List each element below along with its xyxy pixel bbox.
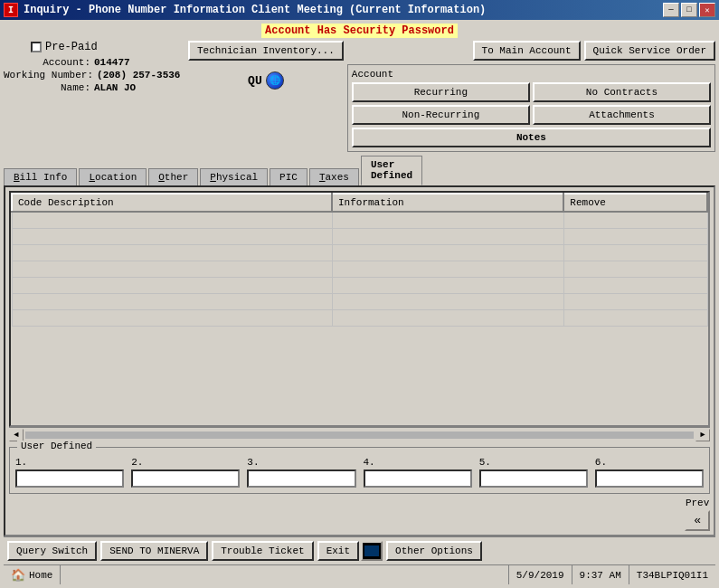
tab-location[interactable]: Location (79, 168, 147, 185)
query-switch-button[interactable]: Query Switch (7, 541, 97, 561)
horizontal-scrollbar[interactable]: ◄ ► (9, 427, 710, 441)
ud-field-1: 1. (15, 457, 124, 488)
prev-button[interactable]: « (685, 510, 710, 531)
account-section: Account Recurring No Contracts Non-Recur… (347, 64, 715, 152)
prepaid-checkbox[interactable] (31, 42, 42, 52)
content-panel: Code Description Information Remove (4, 185, 715, 536)
ud-field-2: 2. (131, 457, 240, 488)
table-row (12, 244, 707, 261)
data-table: Code Description Information Remove (11, 193, 708, 327)
ud-field-5: 5. (479, 457, 588, 488)
status-time: 9:37 AM (572, 565, 629, 584)
exit-monitor-icon (361, 541, 383, 561)
globe-icon[interactable]: 🌐 (266, 71, 284, 90)
ud-input-2[interactable] (131, 469, 240, 488)
scroll-track[interactable] (25, 432, 694, 439)
technician-inventory-button[interactable]: Technician Inventory... (188, 41, 344, 61)
table-row (12, 277, 707, 293)
attachments-button[interactable]: Attachments (533, 105, 711, 125)
no-contracts-button[interactable]: No Contracts (533, 82, 711, 102)
working-number-value: (208) 257-3536 (97, 70, 180, 81)
ud-label-1: 1. (15, 457, 124, 468)
ud-input-4[interactable] (364, 469, 472, 488)
table-row (12, 228, 707, 244)
ud-label-4: 4. (364, 457, 472, 468)
maximize-button[interactable]: □ (681, 3, 697, 17)
home-icon: 🏠 (11, 568, 25, 583)
middle-area: Technician Inventory... QU 🌐 (188, 41, 344, 90)
notes-button[interactable]: Notes (352, 128, 711, 147)
trouble-ticket-button[interactable]: Trouble Ticket (212, 541, 313, 561)
tab-physical[interactable]: Physical (200, 168, 268, 185)
ud-input-6[interactable] (595, 469, 704, 488)
user-defined-legend: User Defined (17, 441, 96, 451)
send-to-minerva-button[interactable]: SEND TO MINERVA (100, 541, 208, 561)
table-row (12, 309, 707, 326)
qu-label: QU (248, 74, 262, 88)
ud-input-1[interactable] (15, 469, 124, 488)
right-area: To Main Account Quick Service Order Acco… (347, 41, 715, 152)
home-link[interactable]: 🏠 Home (4, 565, 61, 584)
monitor-screen (364, 545, 379, 556)
col-header-information: Information (332, 194, 563, 212)
tab-other[interactable]: Other (148, 168, 198, 185)
other-options-button[interactable]: Other Options (386, 541, 482, 561)
ud-label-6: 6. (595, 457, 704, 468)
data-table-wrapper: Code Description Information Remove (9, 191, 710, 427)
close-button[interactable]: ✕ (699, 3, 715, 17)
app-icon: I (4, 3, 18, 17)
tabs-area: Bill Info Location Other Physical PIC Ta… (4, 156, 715, 185)
working-number-label: Working Number: (4, 70, 97, 81)
account-label: Account: (4, 57, 94, 68)
exit-button[interactable]: Exit (317, 541, 359, 561)
tab-bill-info[interactable]: Bill Info (4, 168, 77, 185)
user-defined-section: User Defined 1. 2. 3. 4. (9, 447, 710, 494)
ud-input-3[interactable] (247, 469, 355, 488)
col-header-remove: Remove (563, 194, 707, 212)
tab-taxes[interactable]: Taxes (309, 168, 359, 185)
ud-input-5[interactable] (479, 469, 588, 488)
ud-field-3: 3. (247, 457, 355, 488)
table-row (12, 293, 707, 309)
name-value: ALAN JO (94, 82, 136, 93)
scroll-right-button[interactable]: ► (695, 429, 710, 441)
title-bar: I Inquiry - Phone Number Information Cli… (0, 0, 719, 20)
ud-field-4: 4. (364, 457, 472, 488)
table-row (12, 212, 707, 228)
table-row (12, 261, 707, 277)
status-session: T34BLPIQ01I1 (629, 565, 715, 584)
ud-field-6: 6. (595, 457, 704, 488)
col-header-code-description: Code Description (12, 194, 332, 212)
home-label: Home (29, 570, 52, 581)
security-notice: Account Has Security Password (261, 24, 458, 38)
tab-pic[interactable]: PIC (270, 168, 307, 185)
prepaid-label: Pre-Paid (45, 41, 98, 53)
exit-button-group: Exit (317, 541, 383, 561)
account-value: 014477 (94, 57, 130, 68)
account-section-title: Account (352, 69, 711, 80)
to-main-account-button[interactable]: To Main Account (473, 41, 581, 61)
name-label: Name: (4, 82, 94, 93)
minimize-button[interactable]: ─ (663, 3, 679, 17)
account-info-panel: Pre-Paid Account: 014477 Working Number:… (4, 41, 184, 93)
scroll-left-button[interactable]: ◄ (9, 429, 24, 441)
quick-service-order-button[interactable]: Quick Service Order (584, 41, 715, 61)
status-date: 5/9/2019 (508, 565, 572, 584)
non-recurring-button[interactable]: Non-Recurring (352, 105, 530, 125)
bottom-bar: Query Switch SEND TO MINERVA Trouble Tic… (4, 536, 715, 564)
window-title: Inquiry - Phone Number Information Clien… (24, 4, 486, 16)
ud-label-2: 2. (131, 457, 240, 468)
tab-user-defined[interactable]: UserDefined (361, 156, 422, 185)
prev-label: Prev (686, 498, 709, 508)
ud-label-5: 5. (479, 457, 588, 468)
recurring-button[interactable]: Recurring (352, 82, 530, 102)
ud-label-3: 3. (247, 457, 355, 468)
status-bar: 🏠 Home 5/9/2019 9:37 AM T34BLPIQ01I1 (4, 564, 715, 584)
